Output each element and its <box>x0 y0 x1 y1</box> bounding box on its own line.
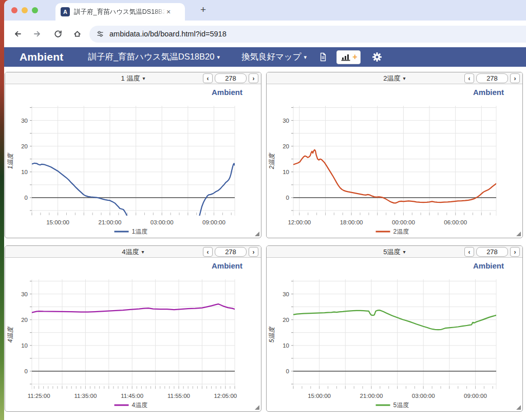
stepper-value-input[interactable] <box>476 247 508 257</box>
chart-panel-header: 4温度 ▾ ‹ › <box>5 246 261 258</box>
settings-button[interactable] <box>372 52 382 62</box>
close-window-button[interactable] <box>11 7 17 13</box>
chart-panel-header: 2温度 ▾ ‹ › <box>267 72 522 84</box>
datapoint-stepper: ‹ › <box>203 247 258 257</box>
home-button[interactable] <box>70 27 84 41</box>
forward-button[interactable] <box>30 27 44 41</box>
back-arrow-icon <box>13 30 22 38</box>
browser-toolbar: ambidata.io/bd/board.html?id=5918 <box>4 21 526 47</box>
stepper-next-button[interactable]: › <box>249 247 258 257</box>
channel-dropdown-label: 訓子府_育苗ハウス気温DS18B20 <box>88 51 214 63</box>
tab-title: 訓子府_育苗ハウス気温DS18B20 <box>74 8 165 16</box>
svg-text:03:00:00: 03:00:00 <box>151 219 174 225</box>
caret-down-icon: ▾ <box>304 54 307 61</box>
stepper-prev-button[interactable]: ‹ <box>203 247 213 257</box>
home-icon <box>73 30 82 38</box>
svg-text:06:00:00: 06:00:00 <box>444 219 467 225</box>
chart-panel-header: 1 温度 ▾ ‹ › <box>5 72 261 84</box>
resize-handle-icon[interactable] <box>516 405 521 410</box>
svg-text:12:05:00: 12:05:00 <box>214 393 237 399</box>
resize-handle-icon[interactable] <box>255 232 259 236</box>
browser-window: A 訓子府_育苗ハウス気温DS18B20 × + <box>4 0 526 420</box>
svg-text:30: 30 <box>21 118 28 124</box>
svg-text:1温度: 1温度 <box>7 152 14 169</box>
svg-text:30: 30 <box>21 291 28 297</box>
chart-canvas[interactable]: 010203015:00:0021:00:0003:00:0009:00:005… <box>267 258 522 411</box>
stepper-next-button[interactable]: › <box>510 73 520 83</box>
line-chart: 010203015:00:0021:00:0003:00:0009:00:001… <box>5 84 261 238</box>
svg-text:4温度: 4温度 <box>7 326 14 343</box>
address-bar[interactable]: ambidata.io/bd/board.html?id=5918 <box>89 26 526 43</box>
svg-text:0: 0 <box>25 195 28 201</box>
svg-text:30: 30 <box>283 118 289 124</box>
map-dropdown-label: 換気良好マップ <box>241 51 302 63</box>
caret-down-icon: ▾ <box>403 249 406 255</box>
svg-text:2温度: 2温度 <box>268 152 275 170</box>
svg-text:03:00:00: 03:00:00 <box>412 393 435 399</box>
url-text: ambidata.io/bd/board.html?id=5918 <box>109 30 227 38</box>
back-button[interactable] <box>10 27 25 41</box>
chart-panel-header: 5温度 ▾ ‹ › <box>267 246 522 258</box>
tab-favicon: A <box>61 7 70 16</box>
stepper-value-input[interactable] <box>215 73 247 83</box>
stepper-prev-button[interactable]: ‹ <box>464 73 474 83</box>
caret-down-icon: ▾ <box>217 54 220 61</box>
svg-text:20: 20 <box>283 143 289 149</box>
svg-text:09:00:00: 09:00:00 <box>464 393 487 399</box>
svg-text:20: 20 <box>283 317 289 323</box>
channel-dropdown[interactable]: 訓子府_育苗ハウス気温DS18B20 ▾ <box>88 51 220 63</box>
svg-text:30: 30 <box>283 291 289 297</box>
map-dropdown[interactable]: 換気良好マップ ▾ <box>241 51 307 63</box>
svg-text:11:45:00: 11:45:00 <box>121 393 143 399</box>
gear-icon <box>372 52 382 62</box>
chart-title-label: 2温度 <box>383 74 400 83</box>
chart-panel: 4温度 ▾ ‹ › 010203011:25:0011:35:0011:45:0… <box>5 245 261 412</box>
legend-label: 4温度 <box>132 402 148 409</box>
caret-down-icon: ▾ <box>403 75 406 81</box>
document-icon <box>319 52 327 62</box>
datapoint-stepper: ‹ › <box>464 73 520 83</box>
add-chart-button[interactable]: + <box>336 50 361 64</box>
chart-panel: 1 温度 ▾ ‹ › 010203015:00:0021:00:0003:00:… <box>5 72 261 238</box>
site-settings-icon[interactable] <box>96 30 104 38</box>
stepper-next-button[interactable]: › <box>249 73 258 83</box>
resize-handle-icon[interactable] <box>516 232 521 236</box>
chart-title-label: 4温度 <box>122 247 139 257</box>
caret-down-icon: ▾ <box>142 75 145 81</box>
resize-handle-icon[interactable] <box>255 405 259 410</box>
line-chart: 010203011:25:0011:35:0011:45:0011:55:001… <box>5 258 261 411</box>
stepper-value-input[interactable] <box>215 247 247 257</box>
svg-text:0: 0 <box>25 368 28 374</box>
new-tab-button[interactable]: + <box>200 4 206 15</box>
chart-title-label: 1 温度 <box>121 74 140 83</box>
datapoint-stepper: ‹ › <box>464 247 520 257</box>
bar-chart-icon <box>340 53 351 62</box>
reload-button[interactable] <box>50 27 65 41</box>
ambient-watermark: Ambient <box>473 88 504 97</box>
maximize-window-button[interactable] <box>32 7 38 13</box>
stepper-value-input[interactable] <box>476 73 508 83</box>
browser-tab[interactable]: A 訓子府_育苗ハウス気温DS18B20 × <box>55 3 185 21</box>
tab-close-icon[interactable]: × <box>166 8 171 16</box>
chart-panel: 5温度 ▾ ‹ › 010203015:00:0021:00:0003:00:0… <box>266 245 523 412</box>
chart-canvas[interactable]: 010203015:00:0021:00:0003:00:0009:00:001… <box>5 84 261 238</box>
legend-label: 2温度 <box>393 228 409 235</box>
tab-strip: A 訓子府_育苗ハウス気温DS18B20 × + <box>4 0 526 21</box>
stepper-prev-button[interactable]: ‹ <box>203 73 213 83</box>
stepper-prev-button[interactable]: ‹ <box>464 247 474 257</box>
svg-text:11:35:00: 11:35:00 <box>74 393 97 399</box>
svg-text:10: 10 <box>21 342 28 349</box>
dashboard-grid: 1 温度 ▾ ‹ › 010203015:00:0021:00:0003:00:… <box>5 72 523 412</box>
dashboard-content: 1 温度 ▾ ‹ › 010203015:00:0021:00:0003:00:… <box>4 67 526 420</box>
svg-text:21:00:00: 21:00:00 <box>99 219 122 225</box>
ambient-logo[interactable]: Ambient <box>20 51 63 63</box>
caret-down-icon: ▾ <box>142 249 144 255</box>
legend-label: 1温度 <box>132 228 148 235</box>
minimize-window-button[interactable] <box>22 7 28 13</box>
datapoint-stepper: ‹ › <box>203 73 258 83</box>
document-button[interactable] <box>319 52 327 62</box>
svg-text:10: 10 <box>21 169 28 175</box>
chart-canvas[interactable]: 010203011:25:0011:35:0011:45:0011:55:001… <box>5 258 261 411</box>
chart-canvas[interactable]: 010203012:00:0018:00:0000:00:0006:00:002… <box>267 84 522 238</box>
stepper-next-button[interactable]: › <box>510 247 520 257</box>
